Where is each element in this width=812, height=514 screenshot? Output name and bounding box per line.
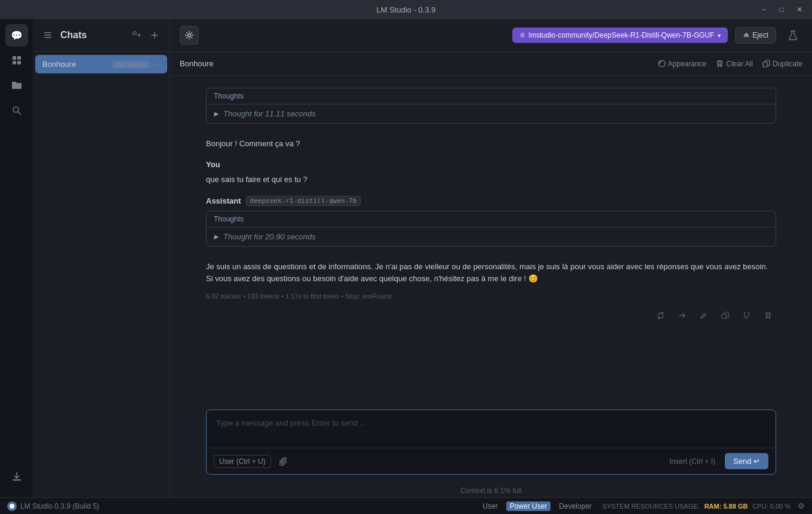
svg-point-4 <box>13 107 19 112</box>
settings-button[interactable] <box>180 26 199 45</box>
sidebar-more-button[interactable]: ··· <box>153 60 160 69</box>
svg-point-14 <box>520 33 525 38</box>
app-logo-icon <box>7 501 17 511</box>
message-input[interactable] <box>207 410 776 446</box>
model-tag-3: deepseek-r1-distill-qwen-7b <box>246 196 361 206</box>
app-name: LM Studio 0.3.9 (Build 5) <box>20 502 99 510</box>
chat-header-actions: Appearance Clear All Duplicate <box>658 60 802 68</box>
svg-rect-1 <box>17 56 21 60</box>
svg-rect-7 <box>44 32 51 33</box>
message-meta-3: 6.02 tok/sec • 193 tokens • 1.17s to fir… <box>206 293 776 300</box>
message-actions-3 <box>206 307 776 324</box>
input-container: User (Ctrl + U) Insert (Ctrl + I) Send ↵ <box>206 410 776 475</box>
main-area: lmstudio-community/DeepSeek-R1-Distill-Q… <box>170 19 812 497</box>
model-selector-button[interactable]: lmstudio-community/DeepSeek-R1-Distill-Q… <box>512 27 728 43</box>
svg-rect-8 <box>44 35 51 36</box>
message-text-1: Bonjour ! Comment ça va ? <box>206 138 776 150</box>
svg-rect-6 <box>13 479 21 481</box>
clear-all-button[interactable]: Clear All <box>716 60 753 68</box>
input-area: User (Ctrl + U) Insert (Ctrl + I) Send ↵ <box>170 400 812 484</box>
status-bar: LM Studio 0.3.9 (Build 5) User Power Use… <box>0 497 812 514</box>
sidebar-import-button[interactable] <box>129 27 144 43</box>
developer-pill[interactable]: Developer <box>555 501 595 511</box>
icon-bar-bottom <box>5 465 28 493</box>
thoughts-text-3: Thought for 20.90 seconds <box>223 232 316 241</box>
sidebar-title: Chats <box>60 30 124 41</box>
edit-button[interactable] <box>695 307 712 324</box>
token-badge: 250 tokens <box>112 60 150 69</box>
send-label: Send ↵ <box>733 457 760 466</box>
message-text-3: Je suis un assis de questions et de info… <box>206 261 776 286</box>
continue-button[interactable] <box>673 307 690 324</box>
flask-button[interactable] <box>783 26 802 45</box>
sidebar-item-name: Bonhoure <box>42 60 76 69</box>
chat-header-title: Bonhoure <box>180 59 651 68</box>
sender-name-2: You <box>206 160 220 169</box>
duplicate-button[interactable]: Duplicate <box>762 60 802 68</box>
titlebar-title: LM Studio - 0.3.9 <box>377 5 436 14</box>
messages-area: Thoughts ▶ Thought for 11.11 seconds Bon… <box>170 76 812 400</box>
message-text-2: que sais tu faire et qui es tu ? <box>206 174 776 186</box>
appearance-label: Appearance <box>668 60 707 68</box>
user-pill[interactable]: User <box>479 501 501 511</box>
sidebar-item-bonhoure[interactable]: Bonhoure 250 tokens ··· <box>35 55 167 73</box>
nav-folder[interactable] <box>5 74 28 97</box>
appearance-button[interactable]: Appearance <box>658 60 707 68</box>
sender-name-3: Assistant <box>206 196 241 205</box>
svg-point-19 <box>748 312 749 313</box>
insert-button[interactable]: Insert (Ctrl + I) <box>665 455 720 468</box>
context-bar: Context is 6.1% full <box>170 484 812 497</box>
resources-label: SYSTEM RESOURCES USAGE: <box>602 503 700 510</box>
svg-point-18 <box>743 312 745 313</box>
svg-rect-3 <box>17 61 21 64</box>
nav-models[interactable] <box>5 49 28 72</box>
svg-rect-2 <box>13 61 16 64</box>
sidebar-menu-button[interactable] <box>40 27 56 43</box>
thoughts-chevron-icon-3: ▶ <box>214 233 219 240</box>
nav-chat[interactable]: 💬 <box>5 24 28 47</box>
sidebar: Chats Bonhoure <box>33 19 170 497</box>
regenerate-button[interactable] <box>652 307 669 324</box>
nav-download[interactable] <box>5 465 28 488</box>
clear-all-label: Clear All <box>726 60 753 68</box>
context-text: Context is 6.1% full <box>460 487 522 495</box>
delete-button[interactable] <box>759 307 776 324</box>
attach-button[interactable] <box>276 454 291 469</box>
thoughts-block-3: Thoughts ▶ Thought for 20.90 seconds <box>206 211 776 247</box>
settings-gear-icon[interactable]: ⚙ <box>798 501 805 510</box>
nav-search[interactable] <box>5 99 28 122</box>
thoughts-content-3[interactable]: ▶ Thought for 20.90 seconds <box>207 227 776 246</box>
sidebar-item-left: Bonhoure <box>42 60 112 69</box>
copy-button[interactable] <box>716 307 733 324</box>
svg-rect-17 <box>722 314 726 319</box>
svg-rect-16 <box>763 62 767 67</box>
status-logo: LM Studio 0.3.9 (Build 5) <box>7 501 99 511</box>
send-button[interactable]: Send ↵ <box>725 453 768 469</box>
svg-rect-9 <box>44 37 51 38</box>
svg-rect-0 <box>13 56 16 60</box>
titlebar-controls: − □ ✕ <box>756 3 807 16</box>
sidebar-new-chat-button[interactable] <box>147 27 162 43</box>
thoughts-text-1: Thought for 11.11 seconds <box>223 109 316 118</box>
duplicate-label: Duplicate <box>773 60 802 68</box>
status-resources: SYSTEM RESOURCES USAGE: RAM: 5.88 GB CPU… <box>602 503 791 510</box>
maximize-button[interactable]: □ <box>774 3 789 16</box>
minimize-button[interactable]: − <box>756 3 771 16</box>
sidebar-item-right: 250 tokens ··· <box>112 60 160 69</box>
status-pills: User Power User Developer <box>479 501 595 511</box>
titlebar: LM Studio - 0.3.9 − □ ✕ <box>0 0 812 19</box>
sidebar-list: Bonhoure 250 tokens ··· <box>33 52 170 497</box>
svg-line-5 <box>18 112 21 115</box>
fork-button[interactable] <box>738 307 755 324</box>
thoughts-header-3: Thoughts <box>207 211 776 227</box>
close-button[interactable]: ✕ <box>792 3 807 16</box>
toolbar: lmstudio-community/DeepSeek-R1-Distill-Q… <box>170 19 812 52</box>
message-sender-2: You <box>206 160 776 169</box>
input-footer: User (Ctrl + U) Insert (Ctrl + I) Send ↵ <box>207 448 776 474</box>
eject-button[interactable]: Eject <box>735 27 776 44</box>
chevron-down-icon: ▾ <box>718 32 721 39</box>
power-user-pill[interactable]: Power User <box>506 501 551 511</box>
sidebar-header: Chats <box>33 19 170 52</box>
thoughts-content-1[interactable]: ▶ Thought for 11.11 seconds <box>207 104 776 123</box>
user-role-button[interactable]: User (Ctrl + U) <box>214 455 271 468</box>
